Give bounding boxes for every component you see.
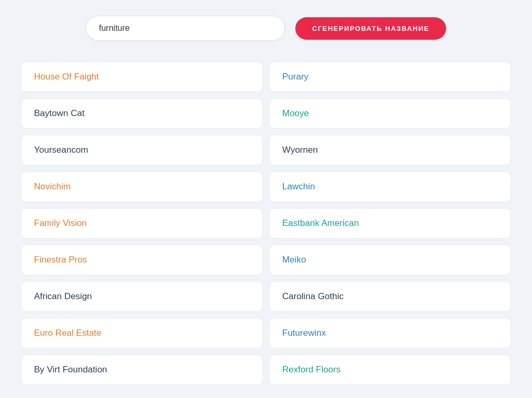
list-item[interactable]: Lawchin <box>269 172 511 202</box>
list-item[interactable]: Purary <box>269 62 511 92</box>
list-item[interactable]: Baytown Cat <box>21 98 263 129</box>
list-item[interactable]: Novichim <box>21 172 263 202</box>
list-item[interactable]: House Of Faight <box>21 62 263 92</box>
list-item[interactable]: Rexford Floors <box>269 355 511 385</box>
list-item[interactable]: Eastbank American <box>269 208 511 238</box>
list-item[interactable]: Yourseancom <box>21 135 263 165</box>
top-bar: СГЕНЕРИРОВАТЬ НАЗВАНИЕ <box>21 16 511 41</box>
generate-button[interactable]: СГЕНЕРИРОВАТЬ НАЗВАНИЕ <box>295 17 446 40</box>
list-item[interactable]: Mooye <box>269 98 511 129</box>
list-item[interactable]: Carolina Gothic <box>269 281 511 312</box>
list-item[interactable]: African Design <box>21 281 263 312</box>
list-item[interactable]: By Virt Foundation <box>21 355 263 385</box>
list-item[interactable]: Futurewinx <box>269 318 511 348</box>
list-item[interactable]: Wyornen <box>269 135 511 165</box>
list-item[interactable]: Family Vision <box>21 208 263 238</box>
list-item[interactable]: Euro Real Estate <box>21 318 263 348</box>
names-grid: House Of FaightPuraryBaytown CatMooyeYou… <box>21 62 511 385</box>
search-input[interactable] <box>86 16 285 41</box>
list-item[interactable]: Finestra Pros <box>21 245 263 275</box>
list-item[interactable]: Meiko <box>269 245 511 275</box>
